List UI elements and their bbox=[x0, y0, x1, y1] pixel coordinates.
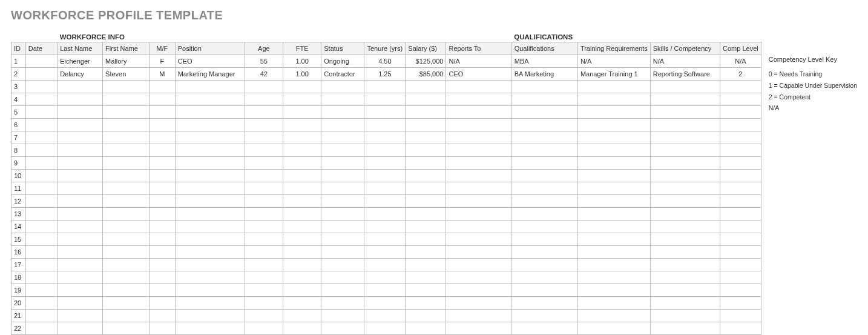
cell-status[interactable] bbox=[321, 258, 364, 271]
cell-first[interactable] bbox=[103, 233, 150, 245]
cell-tenure[interactable] bbox=[364, 80, 406, 93]
cell-qual[interactable] bbox=[511, 93, 577, 105]
cell-last[interactable] bbox=[58, 118, 103, 131]
cell-qual[interactable]: BA Marketing bbox=[511, 67, 577, 80]
cell-skills[interactable] bbox=[650, 93, 720, 105]
cell-id[interactable]: 7 bbox=[12, 131, 26, 144]
cell-skills[interactable] bbox=[650, 105, 720, 118]
cell-status[interactable] bbox=[321, 131, 364, 144]
cell-tenure[interactable] bbox=[364, 144, 406, 156]
cell-salary[interactable] bbox=[406, 93, 446, 105]
cell-pos[interactable] bbox=[175, 322, 245, 334]
cell-qual[interactable] bbox=[511, 207, 577, 220]
cell-id[interactable]: 21 bbox=[12, 309, 26, 322]
cell-mf[interactable] bbox=[149, 105, 175, 118]
cell-tenure[interactable] bbox=[364, 245, 406, 258]
cell-status[interactable] bbox=[321, 118, 364, 131]
cell-age[interactable] bbox=[245, 169, 283, 182]
cell-qual[interactable] bbox=[511, 220, 577, 233]
cell-fte[interactable] bbox=[283, 245, 321, 258]
cell-train[interactable] bbox=[577, 207, 650, 220]
cell-first[interactable] bbox=[103, 182, 150, 194]
cell-train[interactable] bbox=[577, 258, 650, 271]
cell-age[interactable] bbox=[245, 296, 283, 309]
cell-last[interactable] bbox=[58, 93, 103, 105]
cell-salary[interactable] bbox=[406, 105, 446, 118]
cell-date[interactable] bbox=[25, 118, 57, 131]
cell-age[interactable] bbox=[245, 105, 283, 118]
cell-fte[interactable] bbox=[283, 233, 321, 245]
cell-first[interactable] bbox=[103, 245, 150, 258]
cell-first[interactable] bbox=[103, 220, 150, 233]
cell-salary[interactable] bbox=[406, 182, 446, 194]
cell-last[interactable] bbox=[58, 144, 103, 156]
cell-date[interactable] bbox=[25, 194, 57, 207]
cell-first[interactable] bbox=[103, 80, 150, 93]
cell-pos[interactable] bbox=[175, 194, 245, 207]
cell-reports[interactable] bbox=[446, 322, 511, 334]
cell-status[interactable] bbox=[321, 309, 364, 322]
cell-qual[interactable] bbox=[511, 118, 577, 131]
cell-last[interactable] bbox=[58, 233, 103, 245]
cell-first[interactable] bbox=[103, 296, 150, 309]
cell-fte[interactable] bbox=[283, 93, 321, 105]
cell-comp[interactable] bbox=[720, 271, 761, 284]
cell-comp[interactable] bbox=[720, 296, 761, 309]
cell-mf[interactable] bbox=[149, 156, 175, 169]
cell-id[interactable]: 11 bbox=[12, 182, 26, 194]
cell-mf[interactable] bbox=[149, 144, 175, 156]
cell-id[interactable]: 4 bbox=[12, 93, 26, 105]
cell-comp[interactable] bbox=[720, 93, 761, 105]
cell-salary[interactable]: $125,000 bbox=[406, 55, 446, 67]
cell-pos[interactable]: CEO bbox=[175, 55, 245, 67]
cell-age[interactable] bbox=[245, 144, 283, 156]
cell-mf[interactable] bbox=[149, 284, 175, 296]
cell-salary[interactable] bbox=[406, 131, 446, 144]
cell-fte[interactable] bbox=[283, 131, 321, 144]
cell-mf[interactable] bbox=[149, 169, 175, 182]
cell-age[interactable] bbox=[245, 131, 283, 144]
cell-qual[interactable] bbox=[511, 296, 577, 309]
cell-comp[interactable] bbox=[720, 207, 761, 220]
cell-fte[interactable] bbox=[283, 296, 321, 309]
cell-comp[interactable] bbox=[720, 284, 761, 296]
cell-pos[interactable] bbox=[175, 245, 245, 258]
cell-pos[interactable] bbox=[175, 144, 245, 156]
cell-train[interactable] bbox=[577, 194, 650, 207]
cell-date[interactable] bbox=[25, 284, 57, 296]
cell-status[interactable] bbox=[321, 207, 364, 220]
cell-comp[interactable] bbox=[720, 182, 761, 194]
cell-age[interactable]: 42 bbox=[245, 67, 283, 80]
cell-skills[interactable] bbox=[650, 144, 720, 156]
cell-train[interactable]: Manager Training 1 bbox=[577, 67, 650, 80]
cell-last[interactable] bbox=[58, 271, 103, 284]
cell-train[interactable] bbox=[577, 182, 650, 194]
cell-skills[interactable]: Reporting Software bbox=[650, 67, 720, 80]
cell-mf[interactable] bbox=[149, 258, 175, 271]
cell-first[interactable] bbox=[103, 207, 150, 220]
cell-skills[interactable] bbox=[650, 296, 720, 309]
cell-salary[interactable] bbox=[406, 284, 446, 296]
cell-id[interactable]: 16 bbox=[12, 245, 26, 258]
cell-status[interactable] bbox=[321, 245, 364, 258]
cell-tenure[interactable] bbox=[364, 271, 406, 284]
cell-last[interactable]: Eichenger bbox=[58, 55, 103, 67]
cell-train[interactable] bbox=[577, 233, 650, 245]
cell-status[interactable] bbox=[321, 144, 364, 156]
cell-last[interactable] bbox=[58, 131, 103, 144]
cell-id[interactable]: 10 bbox=[12, 169, 26, 182]
cell-train[interactable] bbox=[577, 118, 650, 131]
cell-fte[interactable] bbox=[283, 309, 321, 322]
cell-salary[interactable] bbox=[406, 220, 446, 233]
cell-mf[interactable] bbox=[149, 309, 175, 322]
cell-reports[interactable] bbox=[446, 182, 511, 194]
cell-tenure[interactable] bbox=[364, 182, 406, 194]
cell-date[interactable] bbox=[25, 144, 57, 156]
cell-pos[interactable] bbox=[175, 80, 245, 93]
cell-reports[interactable] bbox=[446, 245, 511, 258]
cell-mf[interactable] bbox=[149, 80, 175, 93]
cell-pos[interactable] bbox=[175, 118, 245, 131]
cell-reports[interactable] bbox=[446, 220, 511, 233]
cell-qual[interactable] bbox=[511, 284, 577, 296]
cell-skills[interactable] bbox=[650, 245, 720, 258]
